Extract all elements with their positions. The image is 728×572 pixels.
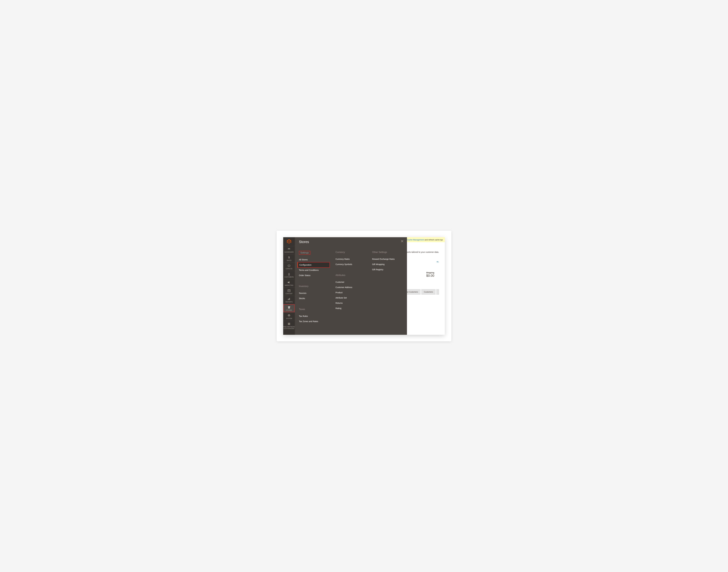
link-tax-zones[interactable]: Tax Zones and Rates [297,319,330,324]
sidebar-item-partners[interactable]: FIND PARTNERS & EXTENSIONS [283,320,295,331]
svg-rect-10 [289,324,290,325]
box-icon [287,264,291,267]
close-icon[interactable] [401,240,404,243]
shipping-value: $0.00 [422,274,439,278]
svg-rect-4 [288,299,288,300]
link-attr-customer-address[interactable]: Customer Address [334,285,366,290]
svg-rect-9 [288,324,289,325]
here-link[interactable]: re [437,261,438,263]
sidebar-item-label: DASHBOARD [284,252,294,253]
sidebar-item-content[interactable]: CONTENT [283,287,295,296]
svg-rect-6 [289,298,290,300]
admin-window: DASHBOARD $ SALES CATALOG CUSTOMERS MARK… [283,237,445,335]
link-attr-set[interactable]: Attribute Set [334,295,366,300]
svg-rect-2 [288,290,290,292]
sidebar-item-label: SALES [287,260,291,262]
sidebar-item-system[interactable]: SYSTEM [283,312,295,320]
group-currency: Currency [336,251,366,254]
layout-icon [287,289,291,292]
gear-icon [287,314,291,317]
sidebar-item-label: STORES [286,309,292,311]
sidebar-item-sales[interactable]: $ SALES [283,254,295,263]
link-currency-symbols[interactable]: Currency Symbols [334,262,366,267]
svg-rect-5 [289,298,289,300]
group-attributes: Attributes [336,274,366,277]
shipping-label: Shipping [422,272,439,274]
flyout-title: Stores [299,240,403,244]
link-gift-registry[interactable]: Gift Registry [371,267,403,272]
sidebar-item-label: REPORTS [286,301,293,303]
sidebar-item-catalog[interactable]: CATALOG [283,263,295,271]
shipping-stat: Shipping $0.00 [422,272,439,278]
group-settings: Settings [299,251,310,255]
link-configuration[interactable]: Configuration [297,262,330,268]
megaphone-icon [287,281,291,284]
tab-overflow[interactable] [436,289,439,295]
magento-logo[interactable] [283,237,295,246]
group-taxes: Taxes [299,308,330,310]
tab-customers[interactable]: Customers [421,289,435,295]
notice-text: and refresh cache typ [424,239,443,241]
dollar-icon: $ [287,256,291,259]
link-stocks[interactable]: Stocks [297,296,330,301]
group-inventory: Inventory [299,285,330,288]
link-gift-wrapping[interactable]: Gift Wrapping [371,262,403,267]
link-attr-rating[interactable]: Rating [334,306,366,311]
sidebar-item-marketing[interactable]: MARKETING [283,279,295,287]
group-other-settings: Other Settings [372,251,403,254]
link-currency-rates[interactable]: Currency Rates [334,257,366,262]
stores-flyout: Stores Settings All Stores Configuration… [295,237,407,335]
link-attr-product[interactable]: Product [334,290,366,295]
cache-management-link[interactable]: Cache Management [407,239,424,241]
sidebar-item-reports[interactable]: REPORTS [283,296,295,304]
link-sources[interactable]: Sources [297,290,330,296]
svg-point-1 [289,273,289,274]
sidebar-item-label: CATALOG [286,268,292,270]
blocks-icon [287,322,291,326]
sidebar-item-label: CONTENT [286,293,293,295]
sidebar-item-stores[interactable]: STORES [283,304,295,312]
person-icon [287,273,291,276]
link-reward-rates[interactable]: Reward Exchange Rates [371,257,403,262]
flyout-columns: Settings All Stores Configuration Terms … [299,250,403,324]
admin-sidebar: DASHBOARD $ SALES CATALOG CUSTOMERS MARK… [283,237,295,335]
bars-icon [287,297,291,300]
link-attr-returns[interactable]: Returns [334,300,366,306]
sidebar-item-customers[interactable]: CUSTOMERS [283,271,295,279]
sidebar-item-label: MARKETING [285,285,293,286]
svg-text:$: $ [288,256,290,259]
link-all-stores[interactable]: All Stores [297,257,330,262]
link-attr-customer[interactable]: Customer [334,279,366,285]
store-icon [287,306,291,309]
sidebar-item-label: FIND PARTNERS & EXTENSIONS [283,326,295,330]
svg-rect-7 [288,323,289,324]
gauge-icon [287,247,291,251]
svg-rect-8 [289,323,290,324]
sidebar-item-dashboard[interactable]: DASHBOARD [283,246,295,254]
sidebar-item-label: SYSTEM [286,318,292,319]
link-terms-conditions[interactable]: Terms and Conditions [297,268,330,273]
link-tax-rules[interactable]: Tax Rules [297,313,330,319]
link-order-status[interactable]: Order Status [297,273,330,278]
sidebar-item-label: CUSTOMERS [284,276,294,278]
